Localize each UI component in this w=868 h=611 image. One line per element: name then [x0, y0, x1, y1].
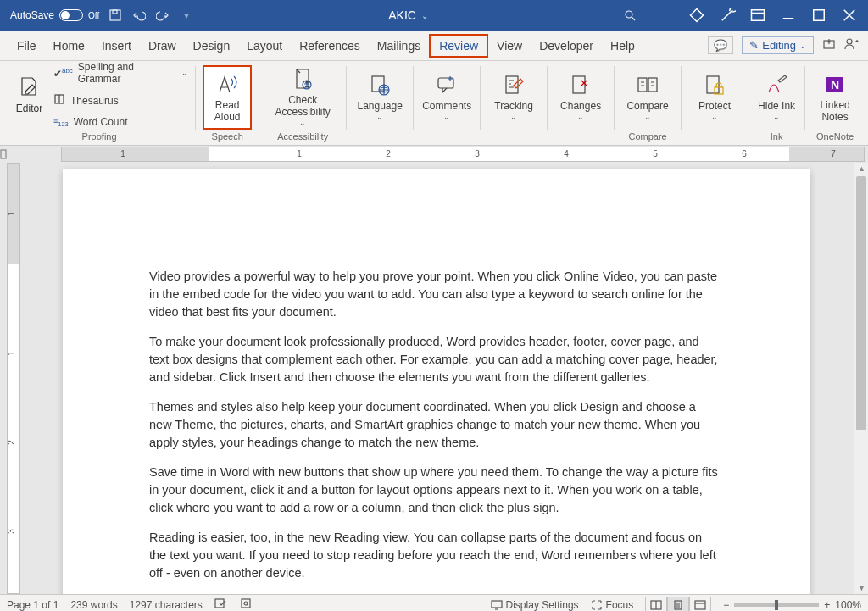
undo-icon[interactable] [131, 8, 147, 23]
tab-design[interactable]: Design [185, 34, 239, 58]
tab-review[interactable]: Review [429, 34, 488, 58]
group-onenote: N Linked Notes OneNote [807, 61, 863, 145]
check-accessibility-button[interactable]: Check Accessibility⌄ [266, 66, 339, 129]
chevron-down-icon: ⌄ [799, 42, 806, 50]
ruler-corner-icon [0, 146, 7, 163]
macro-status-icon[interactable] [240, 597, 252, 611]
tab-home[interactable]: Home [45, 34, 93, 58]
tab-mailings[interactable]: Mailings [369, 34, 429, 58]
paragraph[interactable]: Themes and styles also help keep your do… [149, 398, 719, 452]
tab-draw[interactable]: Draw [140, 34, 185, 58]
focus-button[interactable]: Focus [591, 599, 634, 611]
editing-mode-button[interactable]: ✎ Editing ⌄ [742, 36, 814, 54]
vertical-scrollbar[interactable]: ▲ ▼ [854, 163, 868, 594]
tab-layout[interactable]: Layout [238, 34, 291, 58]
zoom-level[interactable]: 100% [835, 599, 861, 611]
group-protect: Protect⌄ [683, 61, 746, 145]
spelling-grammar-button[interactable]: ✔abc Spelling and Grammar ⌄ [53, 59, 188, 86]
tab-file[interactable]: File [8, 34, 45, 58]
group-label: Accessibility [277, 130, 328, 143]
svg-rect-23 [242, 599, 250, 608]
scroll-up-icon[interactable]: ▲ [858, 164, 865, 173]
paragraph[interactable]: Reading is easier, too, in the new Readi… [149, 529, 719, 582]
account-icon[interactable] [844, 37, 860, 53]
scroll-down-icon[interactable]: ▼ [858, 584, 865, 592]
zoom-slider[interactable] [734, 603, 819, 607]
ink-icon [763, 72, 790, 99]
view-buttons [645, 597, 711, 612]
zoom-control[interactable]: − + 100% [723, 599, 861, 611]
group-label: Ink [771, 130, 783, 143]
tab-insert[interactable]: Insert [93, 34, 140, 58]
redo-icon[interactable] [155, 8, 170, 23]
count-icon: ≡123 [53, 117, 69, 128]
svg-point-24 [244, 602, 248, 605]
read-aloud-button[interactable]: Read Aloud [203, 65, 252, 130]
spellcheck-status-icon[interactable] [214, 597, 228, 611]
display-settings-button[interactable]: Display Settings [491, 599, 579, 611]
group-ink: Hide Ink⌄ Ink [750, 61, 803, 145]
page-status[interactable]: Page 1 of 1 [7, 599, 58, 611]
comments-button[interactable]: Comments⌄ [420, 66, 473, 129]
paragraph[interactable]: Video provides a powerful way to help yo… [149, 268, 719, 321]
protect-button[interactable]: Protect⌄ [688, 66, 741, 129]
language-button[interactable]: Language⌄ [353, 66, 406, 129]
svg-rect-1 [113, 10, 117, 14]
changes-button[interactable]: Changes⌄ [554, 66, 607, 129]
hide-ink-button[interactable]: Hide Ink⌄ [755, 66, 798, 129]
svg-point-9 [306, 81, 308, 83]
comments-button[interactable]: 💬 [708, 36, 733, 54]
char-count-status[interactable]: 1297 characters [130, 599, 203, 611]
thesaurus-button[interactable]: Thesaurus [53, 92, 188, 109]
tab-help[interactable]: Help [602, 34, 643, 58]
qat-dropdown-icon[interactable]: ▾ [179, 8, 194, 23]
scrollbar-thumb[interactable] [856, 176, 866, 430]
horizontal-ruler[interactable]: 1 1 2 3 4 5 6 7 [0, 146, 868, 163]
diamond-icon[interactable] [688, 7, 705, 24]
close-icon[interactable] [841, 7, 858, 24]
group-language: Language⌄ [348, 61, 411, 145]
share-icon[interactable] [822, 37, 836, 53]
word-count-status[interactable]: 239 words [70, 599, 117, 611]
lock-icon [701, 72, 728, 99]
onenote-icon: N [821, 71, 849, 98]
tab-developer[interactable]: Developer [531, 34, 602, 58]
group-proofing: Editor ✔abc Spelling and Grammar ⌄ Thesa… [5, 61, 193, 145]
document-body[interactable]: Video provides a powerful way to help yo… [63, 169, 810, 582]
print-layout-button[interactable] [667, 597, 689, 612]
group-accessibility: Check Accessibility⌄ Accessibility [261, 61, 344, 145]
svg-rect-4 [814, 10, 825, 21]
ribbon-options-icon[interactable] [749, 7, 766, 24]
compare-button[interactable]: Compare⌄ [621, 66, 674, 129]
svg-rect-13 [506, 76, 518, 93]
wand-icon[interactable] [719, 7, 736, 24]
zoom-out-icon[interactable]: − [723, 599, 729, 611]
tracking-icon [500, 72, 527, 99]
group-changes: Changes⌄ [549, 61, 612, 145]
linked-notes-button[interactable]: N Linked Notes [812, 66, 858, 129]
svg-rect-3 [752, 10, 765, 21]
vertical-ruler[interactable]: 1 1 2 3 [0, 163, 24, 594]
svg-text:N: N [831, 78, 839, 92]
toggle-switch-icon [59, 9, 83, 21]
tab-references[interactable]: References [291, 34, 369, 58]
word-count-button[interactable]: ≡123 Word Count [53, 114, 188, 130]
accessibility-icon [289, 66, 316, 93]
maximize-icon[interactable] [810, 7, 827, 24]
paragraph[interactable]: To make your document look professionall… [149, 333, 719, 386]
autosave-toggle[interactable]: AutoSave Off [10, 9, 99, 21]
ribbon: Editor ✔abc Spelling and Grammar ⌄ Thesa… [0, 61, 868, 146]
paragraph[interactable]: Save time in Word with new buttons that … [149, 464, 719, 517]
web-layout-button[interactable] [689, 597, 711, 612]
document-title[interactable]: AKIC ⌄ [194, 8, 622, 22]
search-icon[interactable] [622, 8, 637, 23]
save-icon[interactable] [108, 8, 123, 23]
zoom-in-icon[interactable]: + [824, 599, 830, 611]
tab-view[interactable]: View [488, 34, 531, 58]
read-mode-button[interactable] [645, 597, 667, 612]
minimize-icon[interactable] [780, 7, 797, 24]
document-page[interactable]: Video provides a powerful way to help yo… [63, 169, 810, 594]
editor-button[interactable]: Editor [10, 64, 48, 126]
tracking-button[interactable]: Tracking⌄ [487, 66, 540, 129]
group-tracking: Tracking⌄ [482, 61, 545, 145]
